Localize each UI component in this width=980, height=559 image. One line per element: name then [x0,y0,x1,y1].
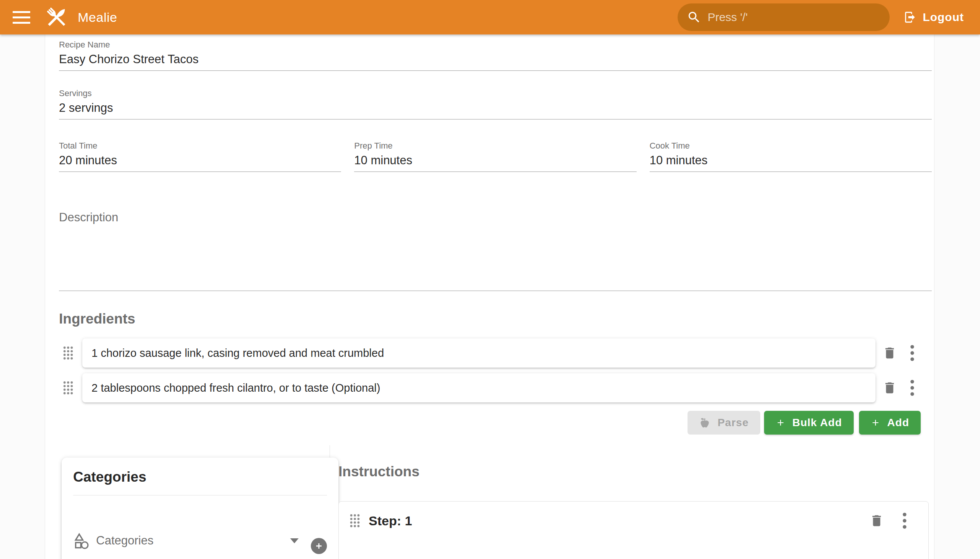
search-bar[interactable] [678,3,890,31]
categories-column: Categories Categories [45,445,330,559]
trash-icon [869,513,884,528]
parse-button[interactable]: Parse [687,411,760,435]
recipe-name-label: Recipe Name [59,40,932,50]
plus-icon [871,418,881,428]
add-category-button[interactable] [311,538,327,554]
recipe-name-field[interactable]: Recipe Name Easy Chorizo Street Tacos [59,35,932,71]
plus-icon [775,418,785,428]
add-ingredient-button[interactable]: Add [859,411,921,435]
logout-icon [904,11,916,24]
apple-icon [699,417,711,428]
prep-time-label: Prep Time [354,141,636,151]
mealie-logo-icon [44,5,69,30]
total-time-label: Total Time [59,141,341,151]
divider [73,495,327,495]
lower-columns: Categories Categories [45,445,934,559]
cook-time-field[interactable]: Cook Time 10 minutes [649,141,932,172]
delete-step-button[interactable] [868,512,886,529]
times-row: Total Time 20 minutes Prep Time 10 minut… [59,141,932,172]
add-label: Add [887,417,909,429]
ingredient-menu-button[interactable] [909,343,916,363]
description-value[interactable] [59,225,932,291]
description-field[interactable]: Description [59,210,932,291]
ingredient-row: 1 chorizo sausage link, casing removed a… [59,339,932,367]
trash-icon [882,380,897,395]
ingredient-list: 1 chorizo sausage link, casing removed a… [59,339,932,402]
drag-handle-icon[interactable] [63,346,73,360]
step-card: Step: 1 Combine [339,501,929,559]
kebab-menu-icon [902,512,907,529]
logout-button[interactable]: Logout [904,11,964,24]
description-label: Description [59,210,932,225]
ingredient-input[interactable]: 1 chorizo sausage link, casing removed a… [82,339,876,367]
instructions-column: Instructions Step: 1 [330,445,934,559]
delete-ingredient-button[interactable] [881,344,899,362]
app-title: Mealie [78,10,117,25]
ingredients-heading: Ingredients [59,311,932,327]
categories-select-label: Categories [96,534,154,547]
categories-select[interactable]: Categories [73,532,302,559]
total-time-field[interactable]: Total Time 20 minutes [59,141,341,172]
step-title: Step: 1 [369,513,412,528]
kebab-menu-icon [910,379,914,396]
ingredient-input[interactable]: 2 tablespoons chopped fresh cilantro, or… [82,373,876,402]
step-menu-button[interactable] [901,511,909,531]
cook-time-value[interactable]: 10 minutes [649,153,932,172]
shapes-icon [73,532,89,549]
trash-icon [882,346,897,360]
recipe-edit-card: Recipe Name Easy Chorizo Street Tacos Se… [45,35,934,559]
servings-value[interactable]: 2 servings [59,101,932,119]
bulk-add-button[interactable]: Bulk Add [764,411,854,435]
prep-time-field[interactable]: Prep Time 10 minutes [354,141,636,172]
categories-card-title: Categories [73,469,327,485]
app-header: Mealie Logout [0,0,980,35]
total-time-value[interactable]: 20 minutes [59,153,341,172]
categories-card: Categories Categories [62,458,339,559]
prep-time-value[interactable]: 10 minutes [354,153,636,172]
recipe-name-value[interactable]: Easy Chorizo Street Tacos [59,52,932,70]
delete-ingredient-button[interactable] [881,379,899,397]
parse-label: Parse [717,417,749,429]
ingredient-menu-button[interactable] [909,378,916,398]
servings-field[interactable]: Servings 2 servings [59,88,932,119]
search-input[interactable] [707,11,881,24]
kebab-menu-icon [910,345,914,361]
drag-handle-icon[interactable] [63,380,73,395]
plus-icon [314,541,324,551]
drag-handle-icon[interactable] [350,513,360,528]
logout-label: Logout [922,11,964,24]
ingredient-buttons-row: Parse Bulk Add Add [59,411,932,435]
bulk-add-label: Bulk Add [792,417,842,429]
menu-icon[interactable] [13,10,31,25]
servings-label: Servings [59,88,932,98]
instructions-heading: Instructions [339,464,934,480]
ingredient-row: 2 tablespoons chopped fresh cilantro, or… [59,373,932,402]
search-icon [687,10,701,25]
cook-time-label: Cook Time [649,141,932,151]
chevron-down-icon[interactable] [290,538,299,543]
